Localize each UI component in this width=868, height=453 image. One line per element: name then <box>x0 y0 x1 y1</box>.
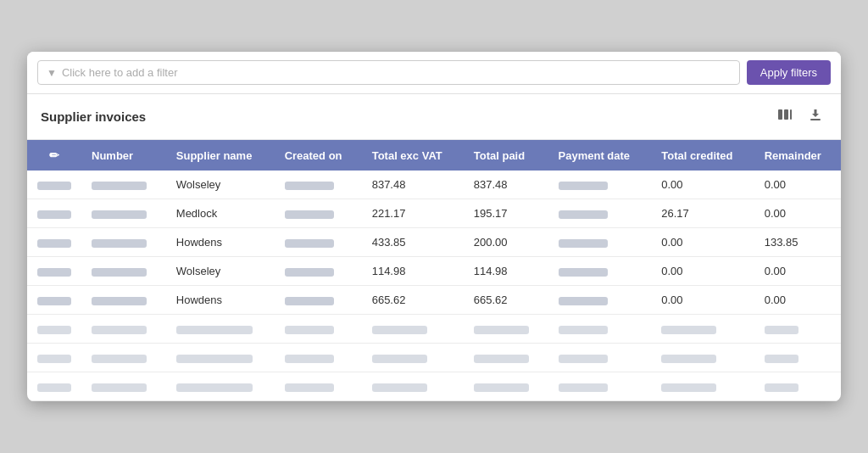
download-icon <box>807 106 824 123</box>
table-cell-total-paid: 195.17 <box>464 199 548 228</box>
table-cell-number <box>27 286 81 315</box>
table-cell-blurred <box>548 315 652 344</box>
table-cell-invoice-number <box>81 199 166 228</box>
table-cell-remainder: 0.00 <box>754 286 841 315</box>
table-cell-blurred <box>275 315 362 344</box>
table-cell-blurred <box>754 315 841 344</box>
svg-rect-0 <box>778 109 782 120</box>
table-cell-blurred <box>548 344 652 372</box>
table-cell-created-on <box>275 228 362 257</box>
svg-rect-2 <box>790 109 792 120</box>
filter-bar: ▼ Click here to add a filter Apply filte… <box>27 52 841 94</box>
table-cell-remainder: 0.00 <box>754 257 841 286</box>
table-cell-blurred <box>651 372 754 401</box>
table-row[interactable]: Wolseley114.98114.980.000.00 <box>27 257 841 286</box>
table-cell-invoice-number <box>81 171 166 199</box>
th-created-on[interactable]: Created on <box>275 140 362 171</box>
table-cell-total-exc-vat: 433.85 <box>362 228 464 257</box>
table-cell-blurred <box>464 315 548 344</box>
table-cell-blurred <box>166 372 275 401</box>
table-cell-total-paid: 837.48 <box>464 171 548 199</box>
table-cell-blurred <box>166 315 275 344</box>
table-cell-total-paid: 665.62 <box>464 286 548 315</box>
table-cell-blurred <box>275 344 362 372</box>
table-row[interactable] <box>27 344 841 372</box>
table-cell-supplier: Wolseley <box>166 257 275 286</box>
svg-rect-3 <box>810 119 821 120</box>
table-cell-payment-date <box>548 199 652 228</box>
table-cell-blurred <box>548 372 652 401</box>
table-wrapper: ✏ Number Supplier name Created on Total … <box>27 140 841 401</box>
table-row[interactable]: Wolseley837.48837.480.000.00 <box>27 171 841 199</box>
table-row[interactable] <box>27 315 841 344</box>
th-remainder[interactable]: Remainder <box>754 140 841 171</box>
table-cell-remainder: 0.00 <box>754 171 841 199</box>
table-cell-number <box>27 228 81 257</box>
table-cell-total-credited: 0.00 <box>651 228 754 257</box>
table-cell-blurred <box>362 315 464 344</box>
th-supplier-name[interactable]: Supplier name <box>166 140 275 171</box>
table-cell-blurred <box>81 372 166 401</box>
table-row[interactable]: Howdens433.85200.000.00133.85 <box>27 228 841 257</box>
th-payment-date[interactable]: Payment date <box>548 140 652 171</box>
filter-icon: ▼ <box>47 67 57 79</box>
table-cell-blurred <box>166 344 275 372</box>
table-cell-created-on <box>275 286 362 315</box>
apply-filters-button[interactable]: Apply filters <box>747 60 831 85</box>
table-cell-invoice-number <box>81 286 166 315</box>
table-cell-blurred <box>651 344 754 372</box>
filter-placeholder-text: Click here to add a filter <box>62 66 178 79</box>
table-cell-total-paid: 114.98 <box>464 257 548 286</box>
table-row[interactable] <box>27 372 841 401</box>
table-cell-total-credited: 0.00 <box>651 257 754 286</box>
th-total-credited[interactable]: Total credited <box>651 140 754 171</box>
table-cell-blurred <box>362 344 464 372</box>
main-window: ▼ Click here to add a filter Apply filte… <box>27 52 841 401</box>
columns-icon <box>776 106 793 123</box>
table-cell-payment-date <box>548 228 652 257</box>
table-cell-blurred <box>754 372 841 401</box>
table-cell-blurred <box>275 372 362 401</box>
table-cell-total-credited: 26.17 <box>651 199 754 228</box>
th-edit: ✏ <box>27 140 81 171</box>
columns-toggle-button[interactable] <box>773 104 797 129</box>
section-title: Supplier invoices <box>41 109 146 124</box>
table-header-row: ✏ Number Supplier name Created on Total … <box>27 140 841 171</box>
table-cell-total-exc-vat: 221.17 <box>362 199 464 228</box>
table-cell-blurred <box>464 344 548 372</box>
table-cell-supplier: Howdens <box>166 286 275 315</box>
table-cell-number <box>27 257 81 286</box>
table-cell-blurred <box>81 344 166 372</box>
table-cell-created-on <box>275 199 362 228</box>
table-cell-blurred <box>754 344 841 372</box>
table-row[interactable]: Howdens665.62665.620.000.00 <box>27 286 841 315</box>
table-cell-blurred <box>651 315 754 344</box>
table-cell-created-on <box>275 257 362 286</box>
table-cell-total-paid: 200.00 <box>464 228 548 257</box>
edit-icon: ✏ <box>49 148 59 162</box>
table-cell-supplier: Medlock <box>166 199 275 228</box>
th-number[interactable]: Number <box>81 140 166 171</box>
table-cell-total-exc-vat: 665.62 <box>362 286 464 315</box>
table-cell-supplier: Howdens <box>166 228 275 257</box>
header-icons <box>773 104 827 129</box>
table-cell-payment-date <box>548 171 652 199</box>
th-total-exc-vat[interactable]: Total exc VAT <box>362 140 464 171</box>
table-cell-supplier: Wolseley <box>166 171 275 199</box>
table-row[interactable]: Medlock221.17195.1726.170.00 <box>27 199 841 228</box>
table-cell-total-credited: 0.00 <box>651 286 754 315</box>
download-button[interactable] <box>804 104 827 129</box>
table-cell-payment-date <box>548 257 652 286</box>
table-cell-blurred <box>27 344 81 372</box>
table-cell-blurred <box>27 372 81 401</box>
table-cell-invoice-number <box>81 228 166 257</box>
filter-input-wrapper[interactable]: ▼ Click here to add a filter <box>37 60 740 85</box>
th-total-paid[interactable]: Total paid <box>464 140 548 171</box>
table-cell-blurred <box>27 315 81 344</box>
table-cell-number <box>27 171 81 199</box>
svg-rect-1 <box>784 109 788 120</box>
table-cell-total-credited: 0.00 <box>651 171 754 199</box>
table-cell-total-exc-vat: 114.98 <box>362 257 464 286</box>
table-cell-number <box>27 199 81 228</box>
table-cell-created-on <box>275 171 362 199</box>
